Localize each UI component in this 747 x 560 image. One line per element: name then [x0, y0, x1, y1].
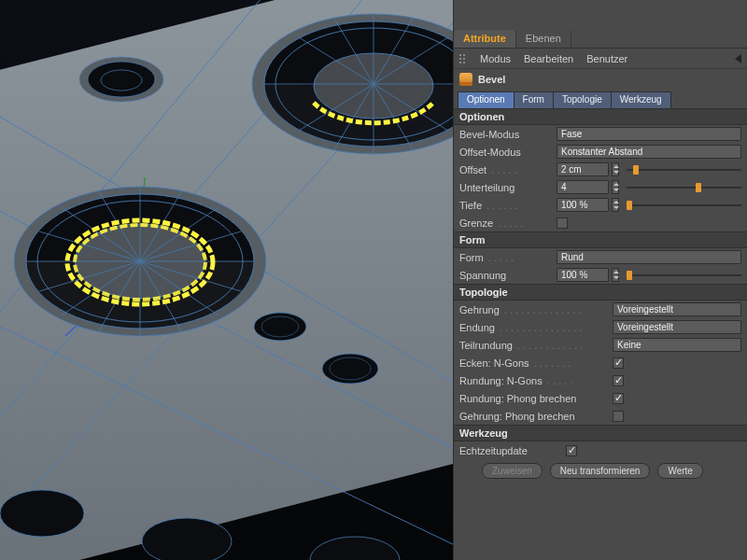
label-ecken-ngons: Ecken: N-Gons . . . . . . . [459, 357, 609, 369]
section-werkzeug-hdr: Werkzeug [454, 425, 747, 441]
bevel-icon [459, 73, 472, 86]
checkbox-echtzeit[interactable] [566, 445, 577, 456]
label-echtzeit: Echtzeitupdate [459, 445, 562, 456]
arrow-left-icon[interactable] [735, 54, 741, 63]
btn-werte[interactable]: Werte [657, 463, 703, 479]
row-grenze: Grenze . . . . . [454, 214, 747, 231]
menu-modus[interactable]: Modus [480, 53, 511, 64]
row-rundung-phong: Rundung: Phong brechen [454, 389, 747, 407]
row-echtzeit: Echtzeitupdate [454, 441, 747, 459]
field-endung[interactable]: Voreingestellt [613, 320, 741, 334]
menu-bearbeiten[interactable]: Bearbeiten [524, 53, 573, 64]
row-endung: Endung . . . . . . . . . . . . . . . Vor… [454, 318, 747, 336]
row-rundung-ngons: Rundung: N-Gons . . . . . [454, 371, 747, 389]
tab-ebenen[interactable]: Ebenen [516, 30, 571, 48]
label-gehrung: Gehrung . . . . . . . . . . . . . . [459, 304, 609, 315]
field-offset-modus[interactable]: Konstanter Abstand [557, 145, 741, 159]
section-topologie-hdr: Topologie [454, 284, 747, 301]
label-grenze: Grenze . . . . . [459, 217, 553, 229]
label-endung: Endung . . . . . . . . . . . . . . . [459, 322, 609, 333]
label-bevel-modus: Bevel-Modus [459, 129, 553, 140]
tab-form[interactable]: Form [514, 91, 554, 108]
slider-spannung[interactable] [627, 271, 741, 280]
row-gehrung-phong: Gehrung: Phong brechen [454, 407, 747, 425]
label-offset-modus: Offset-Modus [459, 147, 553, 158]
svg-point-14 [310, 537, 400, 560]
spinner-offset[interactable] [612, 162, 619, 176]
panel-menu: Modus Bearbeiten Benutzer [454, 49, 747, 69]
checkbox-rundung-ngons[interactable] [613, 375, 624, 386]
field-spannung[interactable]: 100 % [557, 268, 609, 282]
panel-top-tabs: Attribute Ebenen [454, 30, 747, 49]
row-spannung: Spannung 100 % [454, 266, 747, 284]
row-offset: Offset . . . . . 2 cm [454, 161, 747, 178]
label-offset: Offset . . . . . [459, 164, 553, 175]
row-gehrung: Gehrung . . . . . . . . . . . . . . Vore… [454, 301, 747, 318]
label-tiefe: Tiefe . . . . . . [459, 200, 553, 211]
field-teilrundung[interactable]: Keine [613, 338, 741, 352]
label-teilrundung: Teilrundung . . . . . . . . . . . . [459, 340, 609, 351]
checkbox-grenze[interactable] [557, 217, 568, 229]
svg-point-10 [254, 313, 306, 341]
label-form: Form . . . . . [459, 252, 553, 263]
spinner-tiefe[interactable] [612, 198, 619, 212]
spinner-unterteilung[interactable] [612, 180, 619, 194]
section-optionen-hdr: Optionen [454, 108, 747, 125]
field-form[interactable]: Rund [557, 250, 741, 264]
section-form-hdr: Form [454, 231, 747, 248]
grip-icon[interactable] [459, 54, 467, 63]
label-gehrung-phong: Gehrung: Phong brechen [459, 411, 609, 422]
spinner-spannung[interactable] [612, 268, 619, 282]
label-rundung-ngons: Rundung: N-Gons . . . . . [459, 375, 609, 386]
field-offset[interactable]: 2 cm [557, 162, 609, 176]
row-unterteilung: Unterteilung 4 [454, 178, 747, 196]
viewport-3d[interactable] [0, 0, 453, 560]
tool-header: Bevel [454, 69, 747, 90]
slider-tiefe[interactable] [627, 201, 741, 210]
label-rundung-phong: Rundung: Phong brechen [459, 393, 609, 404]
tool-name: Bevel [478, 74, 505, 85]
row-bevel-modus: Bevel-Modus Fase [454, 125, 747, 143]
row-offset-modus: Offset-Modus Konstanter Abstand [454, 143, 747, 161]
werkzeug-buttons: Zuweisen Neu transformieren Werte [454, 459, 747, 483]
row-form: Form . . . . . Rund [454, 248, 747, 266]
slider-offset[interactable] [627, 165, 741, 175]
btn-neu-transformieren[interactable]: Neu transformieren [550, 463, 651, 479]
label-unterteilung: Unterteilung [459, 182, 553, 193]
checkbox-rundung-phong[interactable] [613, 393, 624, 404]
field-tiefe[interactable]: 100 % [557, 198, 609, 212]
svg-point-11 [322, 354, 378, 384]
row-tiefe: Tiefe . . . . . . 100 % [454, 196, 747, 214]
tab-werkzeug[interactable]: Werkzeug [611, 91, 671, 108]
checkbox-ecken-ngons[interactable] [613, 357, 624, 369]
btn-zuweisen[interactable]: Zuweisen [482, 463, 543, 479]
tab-optionen[interactable]: Optionen [458, 91, 514, 108]
checkbox-gehrung-phong[interactable] [613, 411, 624, 422]
svg-point-13 [142, 518, 232, 560]
field-gehrung[interactable]: Voreingestellt [613, 302, 741, 316]
field-unterteilung[interactable]: 4 [557, 180, 609, 194]
label-spannung: Spannung [459, 270, 553, 281]
row-ecken-ngons: Ecken: N-Gons . . . . . . . [454, 354, 747, 371]
row-teilrundung: Teilrundung . . . . . . . . . . . . Kein… [454, 336, 747, 354]
tool-tabbar: Optionen Form Topologie Werkzeug [454, 91, 747, 108]
svg-point-12 [0, 490, 84, 537]
tab-attribute[interactable]: Attribute [454, 30, 516, 48]
menu-benutzer[interactable]: Benutzer [586, 53, 627, 64]
field-bevel-modus[interactable]: Fase [557, 127, 741, 141]
tab-topologie[interactable]: Topologie [553, 91, 612, 108]
panel-top-spacer [454, 0, 747, 30]
slider-unterteilung[interactable] [627, 183, 741, 192]
attribute-panel: Attribute Ebenen Modus Bearbeiten Benutz… [453, 0, 747, 560]
